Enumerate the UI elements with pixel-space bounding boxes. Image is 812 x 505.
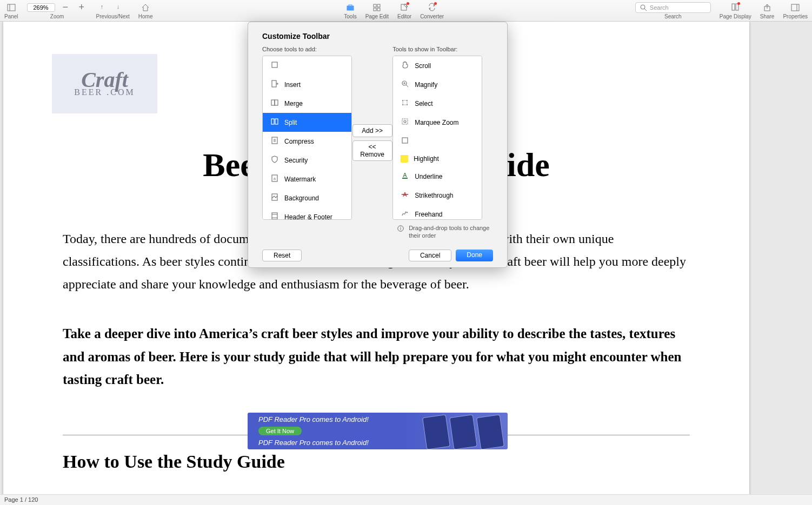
left-list-label: Choose tools to add: (262, 46, 352, 52)
list-item-select[interactable]: Select (393, 94, 482, 113)
toolbar-tools-list[interactable]: ScrollMagnifySelectMarquee ZoomHighlight… (392, 56, 482, 220)
converter-group[interactable]: Converter (416, 3, 448, 21)
done-button[interactable]: Done (456, 250, 493, 261)
list-item-label: Magnify (415, 81, 437, 89)
list-item-freehand[interactable]: Freehand (393, 205, 482, 220)
svg-rect-39 (403, 100, 407, 105)
add-button[interactable]: Add >> (352, 124, 392, 137)
search-input[interactable]: Search (635, 2, 711, 13)
svg-point-41 (404, 120, 406, 123)
logo-sub: BEER .COM (74, 87, 135, 97)
info-icon (397, 225, 404, 232)
reset-button[interactable]: Reset (262, 250, 302, 261)
list-item-merge[interactable]: Merge (263, 94, 351, 113)
list-item-label: Merge (284, 100, 303, 107)
next-icon[interactable]: ↓ (117, 3, 125, 12)
list-item-highlight[interactable]: Highlight (393, 151, 482, 167)
list-item-watermark[interactable]: aWatermark (263, 170, 351, 188)
panel-label: Panel (4, 14, 18, 19)
svg-rect-14 (791, 4, 799, 11)
svg-rect-18 (271, 100, 275, 105)
background-icon (270, 193, 279, 203)
hand-icon (401, 60, 409, 71)
banner-cta[interactable]: Get It Now (258, 427, 302, 435)
list-item-split[interactable]: Split (263, 113, 351, 132)
zoom-out-icon[interactable]: − (63, 3, 71, 12)
list-item-label: Freehand (415, 211, 442, 218)
list-item-strikethrough[interactable]: AStrikethrough (393, 186, 482, 205)
panel-icon (7, 3, 16, 12)
list-item-label: Insert (284, 81, 301, 89)
properties-group[interactable]: Properties (778, 3, 812, 21)
marquee-icon (401, 117, 409, 127)
editor-group[interactable]: Editor (393, 3, 416, 21)
list-item-blank[interactable] (263, 56, 351, 75)
list-item-background[interactable]: Background (263, 188, 351, 207)
list-item-label: Background (284, 194, 319, 202)
zoom-input[interactable] (27, 3, 55, 12)
tools-label: Tools (344, 14, 356, 19)
select-icon (401, 98, 409, 109)
banner-devices (424, 416, 502, 448)
split-icon (270, 117, 279, 127)
pagedisplay-label: Page Display (720, 14, 751, 19)
svg-rect-19 (275, 100, 278, 105)
list-item-label: Select (415, 100, 432, 107)
watermark-icon: a (270, 174, 279, 184)
compress-icon (270, 136, 279, 146)
prev-icon[interactable]: ↑ (101, 3, 109, 12)
available-tools-list[interactable]: InsertMergeSplitCompressSecurityaWaterma… (262, 56, 352, 220)
svg-point-51 (400, 227, 401, 227)
logo-script: Craft (81, 70, 128, 90)
list-item-label: Split (284, 119, 297, 126)
remove-button[interactable]: << Remove (352, 140, 392, 161)
pageedit-label: Page Edit (365, 14, 389, 19)
list-item-marquee-zoom[interactable]: Marquee Zoom (393, 113, 482, 132)
home-label: Home (138, 14, 153, 19)
list-item-label: Strikethrough (415, 192, 453, 199)
home-group[interactable]: Home (134, 3, 157, 21)
customize-toolbar-dialog: Customize Toolbar Choose tools to add: I… (248, 22, 508, 268)
list-item-underline[interactable]: AUnderline (393, 167, 482, 186)
panel-group[interactable]: Panel (0, 3, 23, 21)
list-item-security[interactable]: Security (263, 151, 351, 170)
prevnext-group: ↑ ↓ Previous/Next (92, 3, 134, 21)
underline-icon: A (401, 171, 409, 181)
cancel-button[interactable]: Cancel (409, 250, 451, 261)
search-label: Search (664, 14, 682, 19)
headerfooter-icon (270, 212, 279, 220)
zoom-group: − + Zoom (23, 3, 92, 21)
svg-rect-21 (275, 119, 278, 124)
svg-text:A: A (403, 172, 407, 178)
svg-line-32 (406, 85, 408, 87)
svg-rect-40 (402, 119, 408, 124)
tools-icon (346, 3, 355, 12)
tools-group[interactable]: Tools (340, 3, 361, 21)
list-item-scroll[interactable]: Scroll (393, 56, 482, 75)
blank-icon (270, 60, 279, 71)
svg-rect-7 (377, 8, 380, 11)
main-toolbar: Panel − + Zoom ↑ ↓ Previous/Next Home To… (0, 0, 812, 22)
svg-point-9 (641, 5, 645, 9)
pageedit-icon (372, 3, 381, 12)
list-item-blank[interactable] (393, 132, 482, 151)
pagedisplay-badge (737, 2, 740, 5)
list-item-insert[interactable]: Insert (263, 75, 351, 94)
promo-banner[interactable]: PDF Reader Pro comes to Android! Get It … (248, 413, 508, 449)
pageedit-group[interactable]: Page Edit (361, 3, 393, 21)
freehand-icon (401, 209, 409, 219)
svg-rect-6 (374, 8, 376, 11)
shield-icon (270, 155, 279, 165)
document-paragraph-2: Take a deeper dive into America’s craft … (63, 322, 690, 392)
share-label: Share (760, 14, 775, 19)
list-item-compress[interactable]: Compress (263, 132, 351, 151)
svg-rect-42 (402, 138, 408, 143)
list-item-header-footer[interactable]: Header & Footer (263, 207, 351, 220)
page-indicator: Page 1 / 120 (4, 496, 38, 503)
share-group[interactable]: Share (756, 3, 779, 21)
list-item-magnify[interactable]: Magnify (393, 75, 482, 94)
zoom-in-icon[interactable]: + (79, 3, 88, 12)
pagedisplay-group[interactable]: Page Display (715, 3, 756, 21)
svg-rect-20 (271, 119, 274, 124)
insert-icon (270, 79, 279, 90)
